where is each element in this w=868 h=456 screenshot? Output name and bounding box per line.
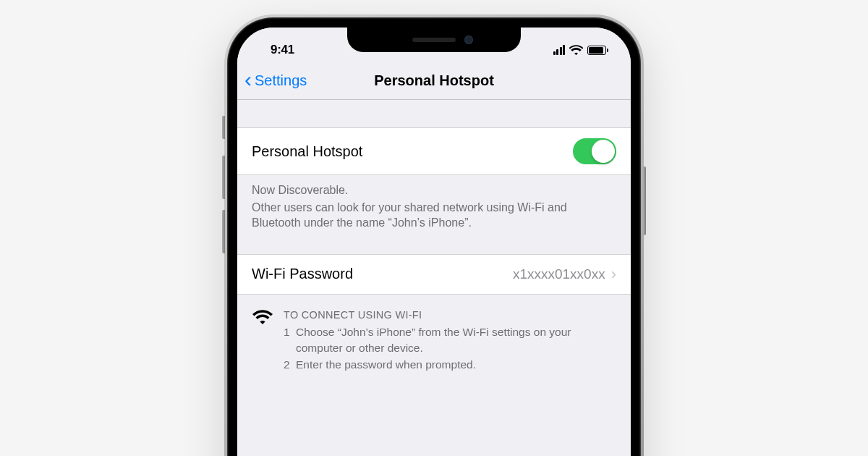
cellular-icon xyxy=(553,45,566,55)
phone-device: 9:41 ‹ Settings Personal Ho xyxy=(224,14,644,456)
wifi-password-value: x1xxxx01xx0xx xyxy=(513,266,605,282)
phone-screen: 9:41 ‹ Settings Personal Ho xyxy=(237,28,631,456)
chevron-right-icon: › xyxy=(611,265,616,284)
status-time: 9:41 xyxy=(258,43,294,57)
nav-title: Personal Hotspot xyxy=(374,72,494,89)
instructions-wifi-title: TO CONNECT USING WI-FI xyxy=(284,308,616,322)
wifi-password-cell[interactable]: Wi-Fi Password x1xxxx01xx0xx › xyxy=(237,254,631,295)
wifi-password-label: Wi-Fi Password xyxy=(252,266,353,282)
notch xyxy=(347,28,521,52)
back-label: Settings xyxy=(255,72,307,89)
back-button[interactable]: ‹ Settings xyxy=(244,71,307,90)
hotspot-label: Personal Hotspot xyxy=(252,143,362,160)
chevron-left-icon: ‹ xyxy=(244,69,252,90)
wifi-icon xyxy=(252,308,273,325)
wifi-icon xyxy=(569,45,583,55)
discoverable-footer: Now Discoverable. Other users can look f… xyxy=(237,175,631,231)
instructions-wifi: TO CONNECT USING WI-FI 1 Choose “John’s … xyxy=(237,295,631,374)
hotspot-toggle-cell[interactable]: Personal Hotspot xyxy=(237,127,631,175)
nav-bar: ‹ Settings Personal Hotspot xyxy=(237,62,631,100)
instructions-wifi-step-2: 2 Enter the password when prompted. xyxy=(284,357,616,373)
hotspot-toggle-switch[interactable] xyxy=(573,138,616,164)
instructions-wifi-step-1: 1 Choose “John’s iPhone” from the Wi-Fi … xyxy=(284,324,616,355)
battery-icon xyxy=(587,46,606,55)
